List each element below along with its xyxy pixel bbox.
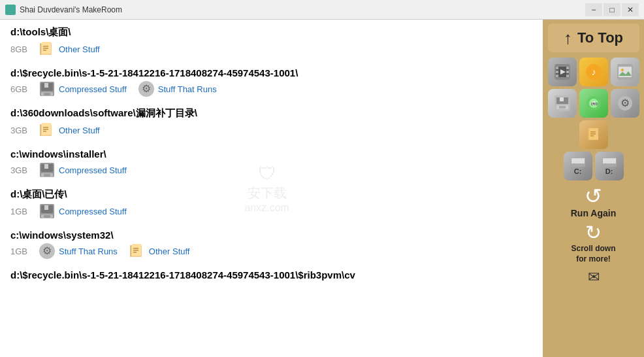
maximize-button[interactable]: □ <box>604 3 620 16</box>
app-icon <box>5 5 16 15</box>
run-again-label: Run Again <box>571 208 616 218</box>
folder-size: 6GB <box>10 84 34 94</box>
folder-details: 3GB Other Stuff <box>10 121 532 139</box>
email-button[interactable]: ✉ <box>582 268 605 286</box>
category-label[interactable]: Stuff That Runs <box>59 246 118 256</box>
drive-c-button[interactable]: C: <box>564 152 592 180</box>
category-item: Other Stuff <box>128 242 190 260</box>
folder-details: 6GB Compressed Stuff ⚙ Stuff That Runs <box>10 80 532 98</box>
film-icon-button[interactable] <box>548 58 577 86</box>
run-again-arrow-icon: ↺ <box>585 186 602 207</box>
category-label[interactable]: Compressed Stuff <box>59 207 127 216</box>
category-label[interactable]: Compressed Stuff <box>59 84 127 94</box>
svg-rect-54 <box>560 97 564 101</box>
svg-rect-10 <box>44 93 50 95</box>
svg-rect-5 <box>43 50 46 51</box>
compressed-icon <box>38 80 56 98</box>
folder-entry: d:\360downloads\software\漏洞补丁目录\3GB Othe… <box>10 107 532 139</box>
svg-rect-21 <box>44 164 48 169</box>
close-button[interactable]: ✕ <box>622 3 639 16</box>
svg-rect-28 <box>44 215 50 218</box>
svg-rect-17 <box>43 129 48 130</box>
folder-path: d:\tools\桌面\ <box>10 26 532 39</box>
svg-rect-34 <box>133 248 138 249</box>
category-item: Compressed Stuff <box>38 202 127 220</box>
category-label[interactable]: Other Stuff <box>59 44 100 54</box>
folder-size: 1GB <box>10 207 34 216</box>
category-item: Compressed Stuff <box>38 80 127 98</box>
drive-d-button[interactable]: D: <box>595 152 624 180</box>
dvd-icon-button[interactable]: DVD <box>579 89 608 118</box>
gear-settings-icon-button[interactable]: ⚙ <box>611 89 639 118</box>
svg-rect-18 <box>43 131 46 132</box>
title-bar: Shai Duvdevani's MakeRoom − □ ✕ <box>0 0 644 20</box>
main-content[interactable]: 🛡 安下载 anxz.com d:\tools\桌面\8GB Other Stu… <box>0 20 543 357</box>
svg-rect-39 <box>556 67 558 69</box>
svg-rect-56 <box>559 106 566 109</box>
folder-path: d:\$recycle.bin\s-1-5-21-18412216-171840… <box>10 269 532 280</box>
category-label[interactable]: Other Stuff <box>149 246 190 256</box>
category-label[interactable]: Other Stuff <box>59 126 100 135</box>
scroll-down-hint: ↺ Scroll downfor more! <box>571 221 615 264</box>
compressed-icon <box>38 161 56 179</box>
category-item: ⚙ Stuff That Runs <box>38 242 118 260</box>
svg-rect-41 <box>556 75 558 77</box>
category-label[interactable]: Stuff That Runs <box>158 84 217 94</box>
to-top-button[interactable]: ↑ To Top <box>548 24 639 52</box>
folder-path: d:\$recycle.bin\s-1-5-21-18412216-171840… <box>10 67 532 78</box>
folder-entry: d:\桌面\已传\1GB Compressed Stuff <box>10 188 532 220</box>
folder-details: 1GB ⚙ Stuff That Runs Other Stuff <box>10 242 532 260</box>
svg-rect-42 <box>566 75 569 77</box>
scroll-down-label: Scroll downfor more! <box>571 244 615 264</box>
scroll-down-arrow-icon: ↺ <box>585 221 602 244</box>
svg-rect-68 <box>590 135 594 137</box>
to-top-label: To Top <box>577 29 623 46</box>
svg-rect-35 <box>133 250 138 251</box>
folder-path: c:\windows\system32\ <box>10 230 532 241</box>
run-again-button[interactable]: ↺ Run Again <box>548 186 639 218</box>
svg-rect-70 <box>572 158 585 163</box>
svg-rect-43 <box>556 71 558 73</box>
category-label[interactable]: Compressed Stuff <box>59 165 127 175</box>
svg-rect-3 <box>43 46 48 47</box>
folder-entry: c:\windows\installer\3GB Compressed Stuf… <box>10 148 532 179</box>
svg-rect-66 <box>590 131 596 133</box>
music-icon-button[interactable]: ♪ <box>579 58 608 86</box>
documents-icon-button[interactable] <box>579 120 608 149</box>
folder-details: 3GB Compressed Stuff <box>10 161 532 179</box>
sidebar: ↑ To Top ♪ <box>543 20 644 357</box>
icon-row-3 <box>579 120 608 149</box>
folder-entry: d:\$recycle.bin\s-1-5-21-18412216-171840… <box>10 269 532 282</box>
folder-list: d:\tools\桌面\8GB Other Stuffd:\$recycle.b… <box>10 26 532 282</box>
folder-size: 8GB <box>10 44 34 54</box>
category-item: Compressed Stuff <box>38 161 127 179</box>
other-stuff-icon <box>38 40 56 58</box>
app-title: Shai Duvdevani's MakeRoom <box>20 5 585 14</box>
svg-rect-44 <box>566 71 569 73</box>
icon-row-1: ♪ <box>548 58 639 86</box>
svg-rect-67 <box>590 133 596 135</box>
photo-icon-button[interactable] <box>611 58 639 86</box>
other-stuff-icon <box>128 242 146 260</box>
window-controls: − □ ✕ <box>585 3 639 16</box>
folder-size: 1GB <box>10 246 34 256</box>
minimize-button[interactable]: − <box>585 3 602 16</box>
svg-rect-72 <box>603 158 616 163</box>
svg-text:DVD: DVD <box>591 102 598 106</box>
svg-rect-23 <box>44 174 50 177</box>
drive-c-label: C: <box>574 167 582 175</box>
svg-rect-16 <box>43 127 48 128</box>
category-item: ⚙ Stuff That Runs <box>137 80 217 98</box>
folder-details: 8GB Other Stuff <box>10 40 532 58</box>
folder-path: d:\360downloads\software\漏洞补丁目录\ <box>10 107 532 120</box>
drive-d-label: D: <box>605 167 613 175</box>
folder-entry: d:\$recycle.bin\s-1-5-21-18412216-171840… <box>10 67 532 98</box>
floppy-disk-icon-button[interactable] <box>548 89 577 118</box>
folder-entry: d:\tools\桌面\8GB Other Stuff <box>10 26 532 58</box>
folder-details: 1GB Compressed Stuff <box>10 202 532 220</box>
runs-icon: ⚙ <box>38 242 56 260</box>
category-item: Other Stuff <box>38 40 100 58</box>
compressed-icon <box>38 202 56 220</box>
folder-size: 3GB <box>10 165 34 175</box>
svg-text:⚙: ⚙ <box>42 245 52 256</box>
